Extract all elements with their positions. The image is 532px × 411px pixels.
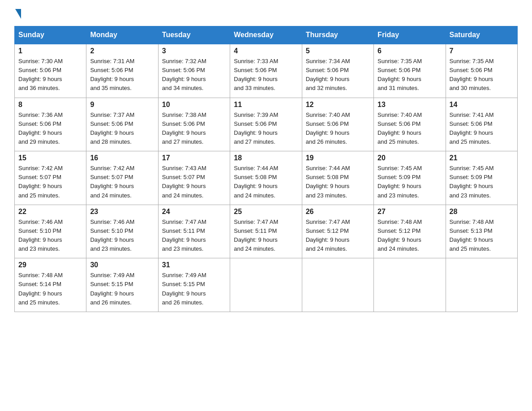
day-number: 14 [450, 101, 514, 109]
calendar-cell: 31 Sunrise: 7:49 AMSunset: 5:15 PMDaylig… [158, 258, 230, 312]
day-info: Sunrise: 7:47 AMSunset: 5:11 PMDaylight:… [234, 218, 278, 252]
day-number: 19 [306, 154, 370, 162]
logo [14, 11, 21, 19]
calendar-cell [446, 258, 517, 312]
day-info: Sunrise: 7:37 AMSunset: 5:06 PMDaylight:… [90, 111, 134, 145]
day-number: 31 [162, 261, 226, 269]
calendar-cell: 12 Sunrise: 7:40 AMSunset: 5:06 PMDaylig… [302, 98, 373, 151]
day-info: Sunrise: 7:31 AMSunset: 5:06 PMDaylight:… [90, 58, 134, 91]
day-number: 21 [450, 154, 514, 162]
calendar-cell: 11 Sunrise: 7:39 AMSunset: 5:06 PMDaylig… [230, 98, 302, 151]
calendar-cell: 19 Sunrise: 7:44 AMSunset: 5:08 PMDaylig… [302, 151, 373, 205]
day-number: 12 [306, 101, 370, 109]
day-info: Sunrise: 7:47 AMSunset: 5:11 PMDaylight:… [162, 218, 206, 252]
day-number: 20 [378, 154, 442, 162]
calendar-week-row: 29 Sunrise: 7:48 AMSunset: 5:14 PMDaylig… [15, 258, 518, 312]
day-info: Sunrise: 7:45 AMSunset: 5:09 PMDaylight:… [378, 165, 422, 198]
day-number: 25 [234, 208, 298, 216]
day-number: 16 [90, 154, 154, 162]
day-info: Sunrise: 7:42 AMSunset: 5:07 PMDaylight:… [90, 165, 134, 198]
weekday-header-saturday: Saturday [446, 26, 517, 44]
calendar-week-row: 15 Sunrise: 7:42 AMSunset: 5:07 PMDaylig… [15, 151, 518, 205]
calendar-cell: 3 Sunrise: 7:32 AMSunset: 5:06 PMDayligh… [158, 44, 230, 98]
day-info: Sunrise: 7:48 AMSunset: 5:12 PMDaylight:… [378, 218, 422, 252]
day-info: Sunrise: 7:38 AMSunset: 5:06 PMDaylight:… [162, 111, 206, 145]
day-info: Sunrise: 7:44 AMSunset: 5:08 PMDaylight:… [306, 165, 350, 198]
calendar-cell: 14 Sunrise: 7:41 AMSunset: 5:06 PMDaylig… [446, 98, 517, 151]
weekday-header-thursday: Thursday [302, 26, 373, 44]
calendar-cell [302, 258, 373, 312]
weekday-header-friday: Friday [374, 26, 446, 44]
calendar-cell: 1 Sunrise: 7:30 AMSunset: 5:06 PMDayligh… [15, 44, 86, 98]
calendar-cell: 13 Sunrise: 7:40 AMSunset: 5:06 PMDaylig… [374, 98, 446, 151]
day-info: Sunrise: 7:46 AMSunset: 5:10 PMDaylight:… [90, 218, 134, 252]
day-number: 24 [162, 208, 226, 216]
day-info: Sunrise: 7:36 AMSunset: 5:06 PMDaylight:… [18, 111, 63, 145]
day-number: 26 [306, 208, 370, 216]
calendar-cell: 10 Sunrise: 7:38 AMSunset: 5:06 PMDaylig… [158, 98, 230, 151]
day-info: Sunrise: 7:41 AMSunset: 5:06 PMDaylight:… [450, 111, 494, 145]
day-info: Sunrise: 7:40 AMSunset: 5:06 PMDaylight:… [306, 111, 350, 145]
calendar-cell: 22 Sunrise: 7:46 AMSunset: 5:10 PMDaylig… [15, 205, 86, 258]
weekday-header-monday: Monday [86, 26, 158, 44]
day-info: Sunrise: 7:39 AMSunset: 5:06 PMDaylight:… [234, 111, 278, 145]
calendar-cell: 18 Sunrise: 7:44 AMSunset: 5:08 PMDaylig… [230, 151, 302, 205]
day-info: Sunrise: 7:34 AMSunset: 5:06 PMDaylight:… [306, 58, 350, 91]
day-info: Sunrise: 7:42 AMSunset: 5:07 PMDaylight:… [18, 165, 63, 198]
day-number: 8 [18, 101, 82, 109]
calendar-cell: 16 Sunrise: 7:42 AMSunset: 5:07 PMDaylig… [86, 151, 158, 205]
calendar-cell: 4 Sunrise: 7:33 AMSunset: 5:06 PMDayligh… [230, 44, 302, 98]
day-number: 28 [450, 208, 514, 216]
calendar-cell: 30 Sunrise: 7:49 AMSunset: 5:15 PMDaylig… [86, 258, 158, 312]
calendar-cell: 26 Sunrise: 7:47 AMSunset: 5:12 PMDaylig… [302, 205, 373, 258]
calendar-cell: 2 Sunrise: 7:31 AMSunset: 5:06 PMDayligh… [86, 44, 158, 98]
calendar-cell: 17 Sunrise: 7:43 AMSunset: 5:07 PMDaylig… [158, 151, 230, 205]
day-number: 7 [450, 47, 514, 55]
day-info: Sunrise: 7:48 AMSunset: 5:13 PMDaylight:… [450, 218, 494, 252]
calendar-cell: 21 Sunrise: 7:45 AMSunset: 5:09 PMDaylig… [446, 151, 517, 205]
logo-arrow-icon [15, 9, 21, 19]
day-number: 11 [234, 101, 298, 109]
day-info: Sunrise: 7:30 AMSunset: 5:06 PMDaylight:… [18, 58, 63, 91]
day-info: Sunrise: 7:47 AMSunset: 5:12 PMDaylight:… [306, 218, 350, 252]
calendar-cell: 20 Sunrise: 7:45 AMSunset: 5:09 PMDaylig… [374, 151, 446, 205]
weekday-header-row: SundayMondayTuesdayWednesdayThursdayFrid… [15, 26, 518, 44]
day-number: 17 [162, 154, 226, 162]
calendar-table: SundayMondayTuesdayWednesdayThursdayFrid… [14, 26, 518, 312]
day-info: Sunrise: 7:45 AMSunset: 5:09 PMDaylight:… [450, 165, 494, 198]
calendar-cell [230, 258, 302, 312]
day-number: 18 [234, 154, 298, 162]
calendar-cell: 6 Sunrise: 7:35 AMSunset: 5:06 PMDayligh… [374, 44, 446, 98]
calendar-week-row: 1 Sunrise: 7:30 AMSunset: 5:06 PMDayligh… [15, 44, 518, 98]
day-info: Sunrise: 7:46 AMSunset: 5:10 PMDaylight:… [18, 218, 63, 252]
weekday-header-sunday: Sunday [15, 26, 86, 44]
day-info: Sunrise: 7:49 AMSunset: 5:15 PMDaylight:… [90, 272, 134, 305]
day-info: Sunrise: 7:33 AMSunset: 5:06 PMDaylight:… [234, 58, 278, 91]
calendar-cell: 28 Sunrise: 7:48 AMSunset: 5:13 PMDaylig… [446, 205, 517, 258]
day-number: 22 [18, 208, 82, 216]
day-info: Sunrise: 7:44 AMSunset: 5:08 PMDaylight:… [234, 165, 278, 198]
calendar-cell: 23 Sunrise: 7:46 AMSunset: 5:10 PMDaylig… [86, 205, 158, 258]
day-number: 3 [162, 47, 226, 55]
day-info: Sunrise: 7:43 AMSunset: 5:07 PMDaylight:… [162, 165, 206, 198]
calendar-cell: 25 Sunrise: 7:47 AMSunset: 5:11 PMDaylig… [230, 205, 302, 258]
day-number: 23 [90, 208, 154, 216]
day-number: 4 [234, 47, 298, 55]
day-info: Sunrise: 7:40 AMSunset: 5:06 PMDaylight:… [378, 111, 422, 145]
calendar-cell [374, 258, 446, 312]
weekday-header-tuesday: Tuesday [158, 26, 230, 44]
calendar-cell: 24 Sunrise: 7:47 AMSunset: 5:11 PMDaylig… [158, 205, 230, 258]
day-info: Sunrise: 7:35 AMSunset: 5:06 PMDaylight:… [378, 58, 422, 91]
calendar-cell: 5 Sunrise: 7:34 AMSunset: 5:06 PMDayligh… [302, 44, 373, 98]
day-number: 2 [90, 47, 154, 55]
day-number: 29 [18, 261, 82, 269]
day-number: 6 [378, 47, 442, 55]
calendar-cell: 29 Sunrise: 7:48 AMSunset: 5:14 PMDaylig… [15, 258, 86, 312]
day-number: 5 [306, 47, 370, 55]
calendar-week-row: 8 Sunrise: 7:36 AMSunset: 5:06 PMDayligh… [15, 98, 518, 151]
day-number: 9 [90, 101, 154, 109]
calendar-cell: 15 Sunrise: 7:42 AMSunset: 5:07 PMDaylig… [15, 151, 86, 205]
day-number: 13 [378, 101, 442, 109]
calendar-cell: 27 Sunrise: 7:48 AMSunset: 5:12 PMDaylig… [374, 205, 446, 258]
calendar-cell: 9 Sunrise: 7:37 AMSunset: 5:06 PMDayligh… [86, 98, 158, 151]
